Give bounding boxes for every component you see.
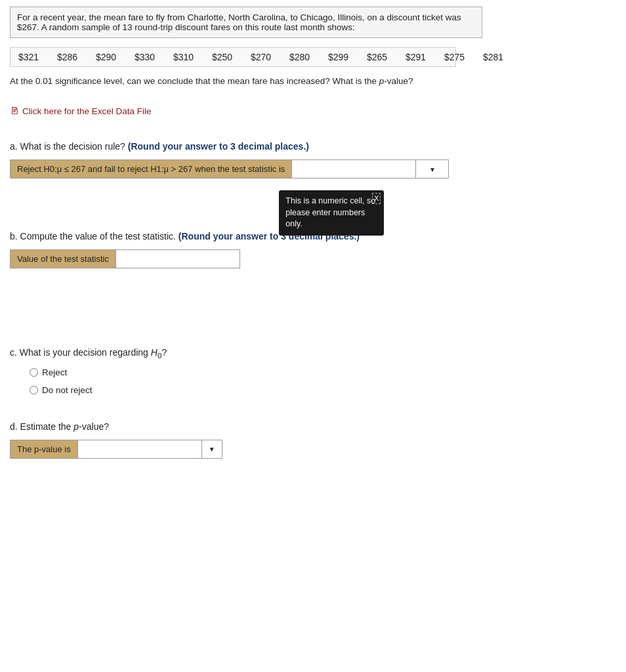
data-value: $290 xyxy=(94,52,117,62)
data-value: $286 xyxy=(56,52,79,62)
data-row: $321$286$290$330$310$250$270$280$299$265… xyxy=(17,52,449,62)
question-c-label: c. What is your decision regarding H0? xyxy=(10,347,616,360)
data-value: $275 xyxy=(443,52,466,62)
dropdown-arrow-icon[interactable]: ▼ xyxy=(429,166,436,173)
question-a-label: a. What is the decision rule? (Round you… xyxy=(10,141,616,152)
question-a-letter: a. xyxy=(10,141,18,152)
data-value: $270 xyxy=(249,52,272,62)
intro-box: For a recent year, the mean fare to fly … xyxy=(10,7,482,38)
question-d-section: d. Estimate the p-value? The p-value is … xyxy=(10,421,616,459)
data-value: $281 xyxy=(482,52,505,62)
excel-link-wrapper: 🖹 Click here for the Excel Data File xyxy=(10,106,616,128)
stat-label-cell: Value of the test statistic xyxy=(10,250,116,268)
question-d-text: Estimate the p-value? xyxy=(20,421,109,432)
question-b-text: Compute the value of the test statistic. xyxy=(20,231,178,242)
stat-table: Value of the test statistic xyxy=(10,249,240,268)
question-a-emphasis: (Round your answer to 3 decimal places.) xyxy=(128,141,309,152)
pvalue-input-cell[interactable] xyxy=(77,440,201,458)
radio-option-1[interactable]: Do not reject xyxy=(30,385,616,395)
radio-group: RejectDo not reject xyxy=(30,368,616,395)
stat-input-cell[interactable] xyxy=(115,250,240,268)
question-c-text: What is your decision regarding H0? xyxy=(20,347,167,358)
pvalue-label-text: The p-value is xyxy=(17,444,71,454)
question-a-text: What is the decision rule? xyxy=(20,141,128,152)
tooltip-close[interactable]: X xyxy=(372,193,381,204)
excel-link[interactable]: 🖹 Click here for the Excel Data File xyxy=(10,106,152,116)
decision-label-cell: Reject H0:μ ≤ 267 and fail to reject H1:… xyxy=(10,160,292,178)
data-value: $250 xyxy=(211,52,234,62)
document-icon: 🖹 xyxy=(10,106,19,116)
significance-text: At the 0.01 significance level, can we c… xyxy=(10,76,413,86)
data-value: $291 xyxy=(404,52,427,62)
question-b-section: b. Compute the value of the test statist… xyxy=(10,231,616,268)
pvalue-dropdown-arrow-icon[interactable]: ▼ xyxy=(209,446,215,453)
question-c-letter: c. xyxy=(10,347,17,358)
excel-link-label: Click here for the Excel Data File xyxy=(22,106,152,116)
radio-label-text-0: Reject xyxy=(42,368,67,377)
pvalue-input[interactable] xyxy=(85,444,195,454)
radio-input-1[interactable] xyxy=(30,386,38,394)
tooltip-box: X This is a numeric cell, so please ente… xyxy=(279,190,384,236)
pvalue-table: The p-value is ▼ xyxy=(10,440,222,459)
decision-dropdown-cell[interactable]: ▼ xyxy=(416,160,449,178)
decision-input-cell-1[interactable]: X This is a numeric cell, so please ente… xyxy=(292,160,416,178)
h-subscript: 0 xyxy=(157,351,161,360)
question-a-section: a. What is the decision rule? (Round you… xyxy=(10,141,616,178)
radio-input-0[interactable] xyxy=(30,368,38,377)
decision-label-text: Reject H0:μ ≤ 267 and fail to reject H1:… xyxy=(17,164,285,174)
significance-section: At the 0.01 significance level, can we c… xyxy=(10,76,616,86)
question-d-label: d. Estimate the p-value? xyxy=(10,421,616,432)
intro-text: For a recent year, the mean fare to fly … xyxy=(17,12,461,32)
data-value: $265 xyxy=(365,52,388,62)
radio-label-text-1: Do not reject xyxy=(42,385,93,395)
decision-table: Reject H0:μ ≤ 267 and fail to reject H1:… xyxy=(10,159,449,178)
data-value: $310 xyxy=(172,52,195,62)
question-c-section: c. What is your decision regarding H0? R… xyxy=(10,347,616,395)
pvalue-dropdown-cell[interactable]: ▼ xyxy=(201,440,222,458)
tooltip-text: This is a numeric cell, so please enter … xyxy=(285,196,375,228)
stat-label-text: Value of the test statistic xyxy=(17,254,109,264)
pvalue-label-cell: The p-value is xyxy=(10,440,78,458)
data-value: $330 xyxy=(133,52,156,62)
data-value: $321 xyxy=(17,52,40,62)
data-value: $299 xyxy=(327,52,350,62)
question-b-letter: b. xyxy=(10,231,18,242)
data-value: $280 xyxy=(288,52,311,62)
radio-option-0[interactable]: Reject xyxy=(30,368,616,377)
stat-input[interactable] xyxy=(123,254,233,264)
question-d-letter: d. xyxy=(10,421,18,432)
decision-input-1[interactable] xyxy=(299,164,409,174)
data-table-wrapper: $321$286$290$330$310$250$270$280$299$265… xyxy=(10,47,456,67)
